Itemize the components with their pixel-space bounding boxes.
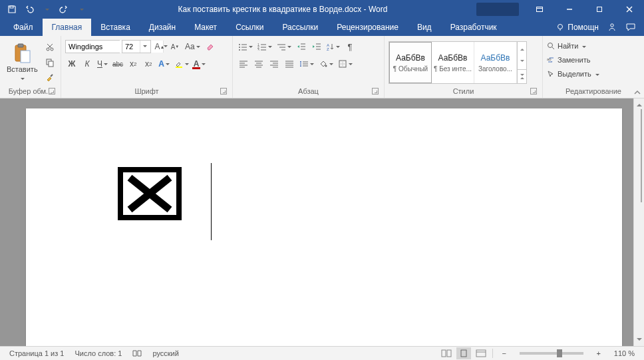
- tab-references[interactable]: Ссылки: [226, 19, 273, 36]
- page[interactable]: [26, 108, 622, 346]
- minimize-icon[interactable]: [554, 0, 584, 19]
- align-center-button[interactable]: [252, 57, 265, 71]
- tab-layout[interactable]: Макет: [185, 19, 226, 36]
- ribbon: Вставить Буфер обм... A▲ A▼ Aa Ж: [0, 36, 644, 98]
- font-name-combo[interactable]: [65, 40, 120, 53]
- page-number[interactable]: Страница 1 из 1: [4, 349, 69, 357]
- cut-button[interactable]: [43, 40, 57, 55]
- paste-button[interactable]: Вставить: [4, 37, 41, 87]
- align-right-button[interactable]: [267, 57, 281, 71]
- numbering-button[interactable]: 123: [256, 39, 273, 54]
- tab-file[interactable]: Файл: [4, 19, 43, 36]
- gallery-down-icon[interactable]: [518, 55, 526, 69]
- zoom-slider-knob[interactable]: [557, 349, 562, 357]
- gallery-more-icon[interactable]: [518, 69, 526, 83]
- dialog-launcher-icon[interactable]: [530, 88, 537, 94]
- bucket-icon: [319, 59, 328, 69]
- format-painter-button[interactable]: [43, 71, 57, 85]
- dialog-launcher-icon[interactable]: [49, 88, 55, 94]
- close-icon[interactable]: [614, 0, 644, 19]
- clear-formatting-button[interactable]: [204, 39, 217, 54]
- highlight-button[interactable]: [173, 57, 190, 71]
- scroll-down-icon[interactable]: [634, 335, 645, 346]
- font-size-combo[interactable]: [122, 40, 151, 53]
- underline-button[interactable]: Ч: [96, 57, 109, 71]
- italic-button[interactable]: К: [80, 57, 94, 71]
- increase-indent-button[interactable]: [310, 39, 323, 54]
- read-mode-button[interactable]: [439, 347, 454, 359]
- copy-icon: [45, 58, 55, 67]
- vertical-scrollbar[interactable]: [633, 98, 644, 346]
- tell-me-label: Помощн: [567, 23, 599, 32]
- bullets-button[interactable]: [237, 39, 254, 54]
- tab-design[interactable]: Дизайн: [140, 19, 185, 36]
- find-button[interactable]: Найти: [547, 39, 640, 53]
- zoom-slider[interactable]: [520, 352, 583, 355]
- zoom-out-button[interactable]: −: [497, 347, 512, 359]
- font-color-button[interactable]: A: [192, 57, 208, 71]
- style-preview: АаБбВв: [481, 53, 510, 63]
- show-marks-button[interactable]: ¶: [343, 39, 357, 54]
- group-paragraph: 123 AZ ¶ Абзац: [233, 36, 385, 98]
- tab-developer[interactable]: Разработчик: [441, 19, 506, 36]
- align-left-button[interactable]: [237, 57, 250, 71]
- subscript-button[interactable]: x2: [126, 57, 140, 71]
- strikethrough-button[interactable]: abc: [111, 57, 124, 71]
- dialog-launcher-icon[interactable]: [372, 88, 379, 94]
- redo-icon[interactable]: [56, 1, 72, 17]
- style-item-normal[interactable]: АаБбВв ¶ Обычный: [389, 42, 432, 83]
- tab-view[interactable]: Вид: [408, 19, 441, 36]
- ribbon-display-options-icon[interactable]: [524, 0, 554, 19]
- share-icon[interactable]: [607, 22, 617, 33]
- superscript-button[interactable]: x2: [142, 57, 155, 71]
- tab-insert[interactable]: Вставка: [91, 19, 140, 36]
- account-pill[interactable]: [476, 3, 519, 16]
- qat-customize-icon[interactable]: [73, 1, 89, 17]
- comments-icon[interactable]: [625, 22, 636, 33]
- tab-review[interactable]: Рецензирование: [327, 19, 408, 36]
- copy-button[interactable]: [43, 55, 57, 70]
- print-layout-button[interactable]: [456, 347, 471, 359]
- word-count[interactable]: Число слов: 1: [69, 349, 127, 357]
- borders-button[interactable]: [337, 57, 354, 71]
- justify-button[interactable]: [283, 57, 296, 71]
- style-name: ¶ Обычный: [391, 65, 430, 73]
- quick-access-toolbar: [0, 1, 89, 17]
- spellcheck-button[interactable]: [127, 349, 147, 357]
- shading-button[interactable]: [317, 57, 335, 71]
- shrink-font-button[interactable]: A▼: [168, 39, 182, 54]
- dialog-launcher-icon[interactable]: [220, 88, 227, 94]
- undo-icon[interactable]: [21, 1, 37, 17]
- decrease-indent-button[interactable]: [295, 39, 308, 54]
- zoom-level[interactable]: 110 %: [609, 349, 640, 357]
- cursor-icon: [547, 70, 555, 78]
- tab-mailings[interactable]: Рассылки: [273, 19, 327, 36]
- gallery-up-icon[interactable]: [518, 42, 526, 55]
- styles-gallery[interactable]: АаБбВв ¶ Обычный АаБбВв ¶ Без инте... Аа…: [389, 41, 527, 84]
- style-item-heading1[interactable]: АаБбВв Заголово...: [474, 42, 517, 83]
- tell-me[interactable]: Помощн: [556, 23, 599, 32]
- outdent-icon: [297, 43, 306, 51]
- line-spacing-button[interactable]: [298, 57, 315, 71]
- collapse-ribbon-icon[interactable]: [633, 89, 641, 96]
- web-layout-button[interactable]: [474, 347, 488, 359]
- svg-rect-4: [597, 7, 601, 12]
- zoom-in-button[interactable]: +: [591, 347, 606, 359]
- multilevel-button[interactable]: [275, 39, 293, 54]
- change-case-button[interactable]: Aa: [184, 39, 202, 54]
- language[interactable]: русский: [147, 349, 184, 357]
- tab-home[interactable]: Главная: [43, 19, 92, 36]
- maximize-icon[interactable]: [584, 0, 614, 19]
- text-effects-button[interactable]: A: [157, 57, 171, 71]
- select-button[interactable]: Выделить: [547, 67, 640, 81]
- save-icon[interactable]: [4, 1, 20, 17]
- font-size-input[interactable]: [122, 41, 140, 53]
- undo-dropdown-icon[interactable]: [39, 1, 55, 17]
- chevron-down-icon[interactable]: [140, 41, 149, 53]
- replace-button[interactable]: abЗаменить: [547, 53, 640, 67]
- sort-button[interactable]: AZ: [325, 39, 341, 54]
- bold-button[interactable]: Ж: [65, 57, 79, 71]
- style-item-nospacing[interactable]: АаБбВв ¶ Без инте...: [432, 42, 474, 83]
- scroll-thumb[interactable]: [641, 109, 642, 202]
- scroll-up-icon[interactable]: [634, 98, 645, 109]
